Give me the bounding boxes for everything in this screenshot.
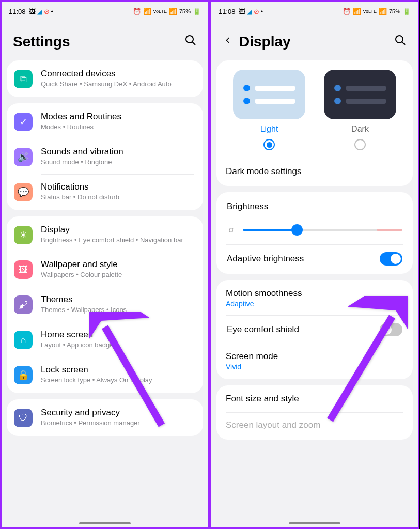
display-icon: ☀ xyxy=(14,226,33,244)
brightness-label: Brightness xyxy=(216,193,413,220)
display-header: Display xyxy=(211,18,418,60)
themes-icon: 🖌 xyxy=(14,295,33,314)
brightness-card: Brightness ☼ Adaptive brightness xyxy=(216,192,413,274)
settings-group-1: ⧉ Connected devices Quick Share • Samsun… xyxy=(7,60,203,97)
item-themes[interactable]: 🖌 Themes Themes • Wallpapers • Icons xyxy=(7,287,203,322)
settings-header: Settings xyxy=(2,18,208,60)
item-modes-routines[interactable]: ✓ Modes and Routines Modes • Routines xyxy=(7,104,203,139)
item-dark-mode-settings[interactable]: Dark mode settings xyxy=(216,159,413,185)
wallpaper-icon: 🖼 xyxy=(14,260,33,279)
phone-left: 11:08 🖼 ◢ ⊘ • ⏰ 📶 VoLTE 📶 75% 🔋 Settings… xyxy=(0,0,210,529)
item-title: Connected devices xyxy=(41,69,194,79)
status-right: ⏰ 📶 VoLTE 📶 75% 🔋 xyxy=(343,8,411,15)
status-bar: 11:08 🖼 ◢ ⊘ • ⏰ 📶 VoLTE 📶 75% 🔋 xyxy=(211,2,418,18)
item-adaptive-brightness[interactable]: Adaptive brightness xyxy=(216,245,413,273)
item-lock-screen[interactable]: 🔒 Lock screen Screen lock type • Always … xyxy=(7,357,203,392)
item-wallpaper[interactable]: 🖼 Wallpaper and style Wallpapers • Colou… xyxy=(7,252,203,287)
page-title: Display xyxy=(239,34,291,50)
status-left: 11:08 🖼 ◢ ⊘ • xyxy=(9,8,53,15)
font-card: Font size and style Screen layout and zo… xyxy=(216,385,413,440)
search-icon[interactable] xyxy=(184,34,197,50)
alarm-icon: ⏰ xyxy=(133,8,141,15)
item-home-screen[interactable]: ⌂ Home screen Layout • App icon badges xyxy=(7,322,203,357)
nav-handle[interactable] xyxy=(289,522,340,524)
battery-percent: 75% xyxy=(179,8,191,14)
item-screen-layout[interactable]: Screen layout and zoom xyxy=(216,413,413,439)
theme-card: Light Dark Dark mode settings xyxy=(216,60,413,186)
signal-icon: 📶 xyxy=(169,8,177,15)
item-subtitle: Quick Share • Samsung DeX • Android Auto xyxy=(41,80,194,89)
modes-icon: ✓ xyxy=(14,113,33,131)
item-connected-devices[interactable]: ⧉ Connected devices Quick Share • Samsun… xyxy=(7,61,203,96)
status-time: 11:08 xyxy=(9,8,26,15)
signal-icon: 📶 xyxy=(379,8,387,15)
light-label: Light xyxy=(260,125,278,134)
svg-point-0 xyxy=(186,36,193,43)
eye-comfort-switch[interactable] xyxy=(380,323,402,336)
alarm-icon: ⏰ xyxy=(343,8,351,15)
svg-line-4 xyxy=(402,42,405,45)
display-content: Light Dark Dark mode settings Brightness xyxy=(211,60,418,519)
item-security[interactable]: 🛡 Security and privacy Biometrics • Perm… xyxy=(7,400,203,435)
status-left: 11:08 🖼 ◢ ⊘ • xyxy=(219,8,263,15)
settings-group-4: 🛡 Security and privacy Biometrics • Perm… xyxy=(7,399,203,436)
phone-right: 11:08 🖼 ◢ ⊘ • ⏰ 📶 VoLTE 📶 75% 🔋 Display xyxy=(210,0,419,529)
theme-option-light[interactable]: Light xyxy=(227,70,312,150)
sun-icon: ☼ xyxy=(227,224,236,235)
item-display[interactable]: ☀ Display Brightness • Eye comfort shiel… xyxy=(7,217,203,252)
sounds-icon: 🔊 xyxy=(14,148,33,166)
settings-list: ⧉ Connected devices Quick Share • Samsun… xyxy=(2,60,208,519)
adaptive-brightness-switch[interactable] xyxy=(380,252,402,266)
page-title: Settings xyxy=(13,34,70,50)
status-right: ⏰ 📶 VoLTE 📶 75% 🔋 xyxy=(133,8,201,15)
status-time: 11:08 xyxy=(219,8,236,15)
radio-dark[interactable] xyxy=(354,139,366,150)
item-font-size[interactable]: Font size and style xyxy=(216,386,413,412)
status-app-icons: 🖼 ◢ ⊘ • xyxy=(239,8,263,15)
motion-card: Motion smoothness Adaptive Eye comfort s… xyxy=(216,280,413,379)
status-app-icons: 🖼 ◢ ⊘ • xyxy=(29,8,54,15)
volte-indicator: VoLTE xyxy=(363,9,377,14)
slider-thumb[interactable] xyxy=(291,224,303,236)
nav-handle[interactable] xyxy=(79,522,131,524)
home-icon: ⌂ xyxy=(14,331,33,349)
battery-icon: 🔋 xyxy=(402,8,411,15)
theme-option-dark[interactable]: Dark xyxy=(318,70,402,150)
connected-devices-icon: ⧉ xyxy=(14,70,33,88)
item-eye-comfort[interactable]: Eye comfort shield xyxy=(216,316,413,344)
brightness-slider-row: ☼ xyxy=(216,220,413,244)
light-preview xyxy=(233,70,305,119)
svg-point-3 xyxy=(396,36,403,43)
item-motion-smoothness[interactable]: Motion smoothness Adaptive xyxy=(216,281,413,315)
back-icon[interactable] xyxy=(223,35,233,49)
battery-percent: 75% xyxy=(389,8,400,14)
dark-label: Dark xyxy=(351,125,369,134)
brightness-slider[interactable] xyxy=(243,229,403,231)
settings-group-2: ✓ Modes and Routines Modes • Routines 🔊 … xyxy=(7,103,203,210)
battery-icon: 🔋 xyxy=(193,8,201,15)
item-notifications[interactable]: 💬 Notifications Status bar • Do not dist… xyxy=(7,175,203,209)
item-screen-mode[interactable]: Screen mode Vivid xyxy=(216,344,413,378)
wifi-icon: 📶 xyxy=(143,8,151,15)
security-icon: 🛡 xyxy=(14,409,33,427)
wifi-icon: 📶 xyxy=(353,8,361,15)
notifications-icon: 💬 xyxy=(14,183,33,201)
status-bar: 11:08 🖼 ◢ ⊘ • ⏰ 📶 VoLTE 📶 75% 🔋 xyxy=(2,2,208,18)
item-sounds[interactable]: 🔊 Sounds and vibration Sound mode • Ring… xyxy=(7,139,203,174)
settings-group-3: ☀ Display Brightness • Eye comfort shiel… xyxy=(7,216,203,393)
search-icon[interactable] xyxy=(394,34,407,50)
lock-icon: 🔒 xyxy=(14,366,33,384)
dark-preview xyxy=(324,70,396,119)
theme-picker: Light Dark xyxy=(216,61,413,152)
svg-line-1 xyxy=(192,42,195,45)
volte-indicator: VoLTE xyxy=(153,9,167,14)
radio-light[interactable] xyxy=(263,139,275,150)
